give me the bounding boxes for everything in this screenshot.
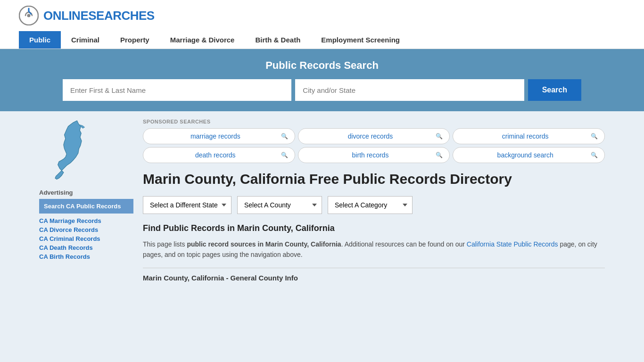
search-tag-icon-0: 🔍 [281, 133, 288, 140]
tag-death-records[interactable]: death records 🔍 [143, 147, 295, 163]
sidebar-link-death[interactable]: CA Death Records [39, 244, 133, 251]
search-tag-icon-3: 🔍 [281, 152, 288, 158]
dropdowns-row: Select a Different State Select A County… [143, 196, 605, 214]
search-tags-grid: marriage records 🔍 divorce records 🔍 cri… [143, 128, 605, 163]
nav-item-birth-death[interactable]: Birth & Death [245, 31, 311, 49]
site-header: ONLINESEARCHES Public Criminal Property … [0, 0, 644, 49]
main-nav: Public Criminal Property Marriage & Divo… [19, 31, 625, 49]
nav-item-public[interactable]: Public [19, 31, 61, 49]
state-dropdown[interactable]: Select a Different State [143, 196, 231, 214]
nav-item-property[interactable]: Property [110, 31, 160, 49]
nav-item-criminal[interactable]: Criminal [61, 31, 110, 49]
search-form: Search [63, 79, 581, 101]
nav-item-marriage-divorce[interactable]: Marriage & Divorce [160, 31, 245, 49]
page-heading: Marin County, California Free Public Rec… [143, 171, 605, 188]
logo-icon [19, 6, 39, 25]
state-map [39, 119, 133, 181]
sidebar-link-criminal[interactable]: CA Criminal Records [39, 235, 133, 242]
tag-criminal-records[interactable]: criminal records 🔍 [453, 128, 605, 144]
search-tag-icon-5: 🔍 [591, 152, 598, 158]
advertising-label: Advertising [39, 189, 133, 196]
search-banner: Public Records Search Search [0, 49, 644, 111]
sidebar-link-birth[interactable]: CA Birth Records [39, 253, 133, 260]
name-input[interactable] [63, 79, 291, 101]
search-button[interactable]: Search [528, 79, 581, 101]
sponsored-section: SPONSORED SEARCHES marriage records 🔍 di… [143, 119, 605, 163]
nav-item-employment[interactable]: Employment Screening [311, 31, 410, 49]
ca-state-link[interactable]: California State Public Records [467, 240, 558, 248]
category-dropdown[interactable]: Select A Category [328, 196, 413, 214]
find-heading: Find Public Records in Marin County, Cal… [143, 223, 605, 233]
svg-point-1 [27, 14, 31, 17]
location-input[interactable] [295, 79, 524, 101]
logo-area: ONLINESEARCHES [19, 6, 625, 25]
sidebar-link-marriage[interactable]: CA Marriage Records [39, 217, 133, 224]
section-divider [143, 268, 605, 268]
tag-marriage-records[interactable]: marriage records 🔍 [143, 128, 295, 144]
sponsored-label: SPONSORED SEARCHES [143, 119, 605, 124]
description-text: This page lists public record sources in… [143, 239, 605, 260]
tag-divorce-records[interactable]: divorce records 🔍 [298, 128, 450, 144]
sidebar-link-divorce[interactable]: CA Divorce Records [39, 226, 133, 233]
search-tag-icon-2: 🔍 [591, 133, 598, 140]
ad-highlight[interactable]: Search CA Public Records [39, 199, 133, 214]
county-dropdown[interactable]: Select A County [237, 196, 322, 214]
main-content: Advertising Search CA Public Records CA … [30, 111, 614, 289]
advertising-section: Advertising Search CA Public Records CA … [39, 189, 133, 260]
county-info-heading: Marin County, California - General Count… [143, 274, 605, 282]
search-tag-icon-1: 🔍 [436, 133, 443, 140]
search-tag-icon-4: 🔍 [436, 152, 443, 158]
tag-background-search[interactable]: background search 🔍 [453, 147, 605, 163]
content-area: SPONSORED SEARCHES marriage records 🔍 di… [143, 119, 605, 282]
logo-text: ONLINESEARCHES [43, 8, 155, 23]
tag-birth-records[interactable]: birth records 🔍 [298, 147, 450, 163]
search-banner-title: Public Records Search [19, 59, 625, 72]
sidebar: Advertising Search CA Public Records CA … [39, 119, 133, 282]
sidebar-links: CA Marriage Records CA Divorce Records C… [39, 217, 133, 260]
